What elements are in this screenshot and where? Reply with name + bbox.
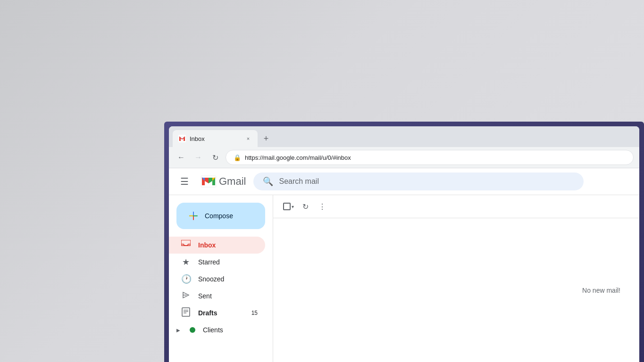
tab-title: Inbox <box>190 135 241 142</box>
star-icon: ★ <box>181 257 191 267</box>
sidebar-sent-label: Sent <box>198 292 258 300</box>
main-content-area: ▾ ↻ ⋮ No new mail! <box>273 195 639 362</box>
sidebar-snoozed-label: Snoozed <box>198 275 258 283</box>
select-all-checkbox[interactable] <box>283 203 291 210</box>
sidebar-clients-label: Clients <box>203 326 258 334</box>
back-button[interactable]: ← <box>175 151 188 164</box>
gmail-wordmark: Gmail <box>219 175 246 188</box>
search-placeholder: Search mail <box>279 177 318 186</box>
gmail-header: ☰ Gm <box>169 168 639 195</box>
url-bar[interactable]: 🔒 https://mail.google.com/mail/u/0/#inbo… <box>226 150 634 165</box>
url-text: https://mail.google.com/mail/u/0/#inbox <box>245 154 351 161</box>
sidebar-item-starred[interactable]: ★ Starred <box>169 254 265 271</box>
compose-plus-icon <box>188 210 199 222</box>
sidebar-item-drafts[interactable]: Drafts 15 <box>169 304 265 321</box>
gmail-favicon-icon <box>178 135 186 142</box>
expand-arrow-icon: ▶ <box>176 328 180 333</box>
draft-icon <box>181 307 191 319</box>
sidebar-item-sent[interactable]: Sent <box>169 288 265 304</box>
gmail-body: Compose Inbox ★ <box>169 195 639 362</box>
sidebar-inbox-label: Inbox <box>198 241 250 249</box>
refresh-inbox-button[interactable]: ↻ <box>298 199 313 214</box>
lock-icon: 🔒 <box>234 154 241 161</box>
svg-rect-3 <box>193 212 194 215</box>
inbox-content-area: No new mail! <box>273 218 639 362</box>
tab-close-button[interactable]: × <box>244 135 252 142</box>
inbox-toolbar: ▾ ↻ ⋮ <box>273 195 639 218</box>
inbox-icon <box>181 240 191 251</box>
sidebar-starred-label: Starred <box>198 258 258 266</box>
new-tab-button[interactable]: + <box>259 132 273 145</box>
monitor-frame: Inbox × + ← → ↻ 🔒 https://mail.google.co… <box>164 122 644 362</box>
more-options-button[interactable]: ⋮ <box>315 199 330 214</box>
clock-icon: 🕐 <box>181 274 191 284</box>
compose-button[interactable]: Compose <box>176 203 265 229</box>
no-new-mail-message: No new mail! <box>582 287 620 294</box>
search-icon: 🔍 <box>263 176 273 187</box>
hamburger-menu-button[interactable]: ☰ <box>176 172 192 191</box>
checkbox-dropdown-icon[interactable]: ▾ <box>292 204 294 209</box>
forward-button[interactable]: → <box>192 151 205 164</box>
svg-rect-7 <box>182 308 190 316</box>
svg-rect-5 <box>189 215 193 216</box>
send-icon <box>181 291 191 302</box>
active-tab[interactable]: Inbox × <box>173 130 258 147</box>
browser-window: Inbox × + ← → ↻ 🔒 https://mail.google.co… <box>169 126 639 362</box>
tab-bar: Inbox × + <box>169 126 639 147</box>
sidebar-item-snoozed[interactable]: 🕐 Snoozed <box>169 271 265 288</box>
compose-label: Compose <box>205 212 233 220</box>
refresh-button[interactable]: ↻ <box>209 151 222 164</box>
sidebar-drafts-label: Drafts <box>198 309 244 317</box>
sidebar-item-clients[interactable]: ▶ Clients <box>169 321 265 338</box>
address-bar: ← → ↻ 🔒 https://mail.google.com/mail/u/0… <box>169 147 639 168</box>
sidebar-drafts-badge: 15 <box>251 310 258 316</box>
svg-rect-6 <box>181 240 191 246</box>
select-checkbox-button[interactable]: ▾ <box>281 199 296 214</box>
gmail-m-logo-icon <box>200 175 217 188</box>
gmail-app: ☰ Gm <box>169 168 639 362</box>
sidebar-item-inbox[interactable]: Inbox <box>169 237 265 254</box>
gmail-logo: Gmail <box>200 175 246 188</box>
search-bar[interactable]: 🔍 Search mail <box>253 173 584 190</box>
gmail-sidebar: Compose Inbox ★ <box>169 195 273 362</box>
clients-label-dot <box>190 327 195 333</box>
